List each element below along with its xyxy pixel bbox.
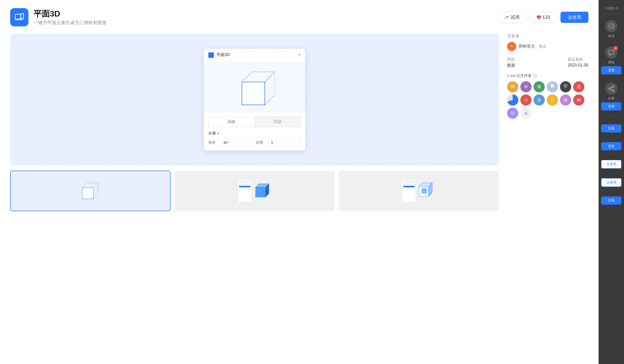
wand-icon	[504, 15, 509, 20]
svg-rect-20	[422, 188, 427, 194]
plugin-icon	[10, 8, 28, 26]
supporters-label: 1.1w 位支持者 ?	[507, 73, 588, 78]
supporter-avatar-partial[interactable]	[507, 94, 518, 106]
thumb-cube-1	[75, 178, 105, 204]
supporters-grid: W M 墩 花	[507, 81, 588, 119]
svg-point-34	[612, 90, 614, 91]
comment-badge: 4	[613, 46, 618, 51]
developer-row: 即时官方 关注	[507, 42, 588, 51]
left-panel: 平面3D ×	[10, 34, 499, 211]
thumbnail-3[interactable]	[339, 171, 499, 211]
supporter-avatar-xiao[interactable]: 小	[520, 94, 532, 106]
plugin-title-area: 平面3D 一键为平面元素生成为三维映射图形	[10, 8, 107, 26]
svg-line-10	[93, 183, 98, 188]
svg-line-36	[610, 89, 612, 90]
thumb-cube-3	[418, 182, 436, 200]
sidebar-install-btn-5[interactable]: 安装	[601, 196, 621, 205]
header-actions: 试用 133 去使用	[498, 11, 588, 23]
supporter-avatar-m1[interactable]: M	[520, 81, 532, 92]
thumbnails-row	[10, 171, 499, 211]
content-layout: 平面3D ×	[10, 34, 588, 211]
sidebar-comment-item[interactable]: 4 评论 安装	[599, 42, 624, 78]
supporter-avatar-m2[interactable]: M	[507, 108, 518, 119]
sidebar-install-btn-1[interactable]: 安装	[601, 66, 621, 74]
svg-line-5	[265, 72, 275, 82]
meta-type: 类型 图形	[507, 57, 515, 68]
plugin-header: 平面3D 一键为平面元素生成为三维映射图形 试用 133 去使用	[10, 8, 588, 26]
plugin-desc: 一键为平面元素生成为三维映射图形	[34, 20, 107, 26]
developer-section: 开发者 即时官方 关注	[507, 34, 588, 51]
sidebar-install-item-2[interactable]: 安装	[599, 137, 624, 154]
main-content: 平面3D 一键为平面元素生成为三维映射图形 试用 133 去使用	[0, 0, 599, 364]
sidebar-use-btn-1[interactable]: 去使用	[601, 160, 621, 169]
updated-value: 2023-01-05	[568, 63, 588, 68]
cube-svg	[234, 67, 275, 107]
supporter-avatar-4[interactable]	[547, 81, 558, 92]
right-panel: 开发者 即时官方 关注 类型 图形	[507, 34, 588, 211]
supporter-avatar-jiao[interactable]: 椒	[573, 94, 584, 106]
svg-line-7	[265, 95, 275, 105]
sidebar-use-item-2[interactable]: 去使用	[599, 173, 624, 191]
sidebar-share-item[interactable]: 分享 安装	[599, 78, 624, 114]
follow-button[interactable]: 关注	[539, 44, 546, 49]
sidebar-use-btn-2[interactable]: 去使用	[601, 178, 621, 187]
svg-line-2	[242, 72, 252, 82]
sidebar-install-btn-2[interactable]: 安装	[601, 102, 621, 110]
right-sidebar: 小组件 0 + 关注 4 评论 安装	[599, 0, 624, 364]
use-button[interactable]: 去使用	[560, 12, 588, 23]
svg-rect-14	[256, 187, 266, 197]
plugin-name: 平面3D	[34, 9, 107, 19]
share-sidebar-label: 分享	[608, 96, 615, 101]
sidebar-follow-item[interactable]: + 关注	[599, 16, 624, 42]
svg-point-27	[564, 84, 568, 88]
sidebar-install-item-3[interactable]: 安装	[599, 191, 624, 209]
info-icon: ?	[533, 74, 537, 78]
svg-point-25	[550, 84, 554, 88]
thumbnail-1[interactable]	[10, 171, 170, 211]
updated-label: 最近更新	[568, 57, 588, 62]
type-value: 图形	[507, 63, 515, 68]
svg-rect-1	[242, 82, 265, 105]
svg-rect-31	[609, 50, 614, 54]
dev-logo-icon	[509, 44, 514, 49]
svg-line-9	[82, 183, 87, 188]
sidebar-follow-icon-wrapper: +	[605, 20, 617, 32]
plugin-text-info: 平面3D 一键为平面元素生成为三维映射图形	[34, 9, 107, 26]
supporter-avatar-5[interactable]	[560, 81, 571, 92]
thumb-cube-2	[254, 182, 272, 200]
preview-main: 平面3D ×	[10, 34, 499, 166]
sidebar-divider-1	[604, 14, 619, 14]
supporter-avatar-san[interactable]: 三	[547, 94, 558, 106]
supporter-avatar-w[interactable]: W	[507, 81, 518, 92]
mockup-canvas-area	[204, 62, 305, 112]
like-button[interactable]: 133	[530, 12, 556, 23]
sidebar-comment-icon-wrapper: 4	[605, 46, 617, 59]
supporter-avatar-jia[interactable]: 假	[560, 94, 571, 106]
supporter-avatar-hua[interactable]: 花	[573, 81, 584, 92]
try-button[interactable]: 试用	[498, 11, 526, 23]
show-more-supporters-button[interactable]: ∨	[520, 108, 532, 119]
svg-line-13	[93, 194, 98, 199]
meta-updated: 最近更新 2023-01-05	[568, 57, 588, 68]
heart-icon	[536, 15, 541, 20]
svg-text:+: +	[613, 24, 614, 26]
sidebar-share-icon-wrapper	[605, 82, 617, 95]
sidebar-install-item-1[interactable]: 安装	[599, 119, 624, 137]
sidebar-use-item-1[interactable]: 去使用	[599, 154, 624, 173]
sidebar-install-btn-4[interactable]: 安装	[601, 142, 621, 150]
developer-name: 即时官方	[519, 44, 535, 49]
comment-sidebar-label: 评论	[608, 60, 615, 65]
svg-line-35	[610, 87, 612, 88]
sidebar-install-btn-3[interactable]: 安装	[601, 124, 621, 133]
svg-point-33	[609, 88, 610, 89]
supporter-avatar-dun[interactable]: 墩	[534, 81, 545, 92]
developer-section-title: 开发者	[507, 34, 588, 39]
svg-rect-8	[82, 188, 93, 199]
widget-count-label: 小组件 0	[605, 4, 618, 12]
svg-point-32	[612, 86, 614, 87]
follow-icon: +	[608, 23, 615, 29]
sidebar-divider-2	[604, 117, 619, 117]
thumbnail-2[interactable]	[175, 171, 335, 211]
svg-text:?: ?	[534, 75, 536, 77]
supporter-avatar-zhang[interactable]: 张	[534, 94, 545, 106]
